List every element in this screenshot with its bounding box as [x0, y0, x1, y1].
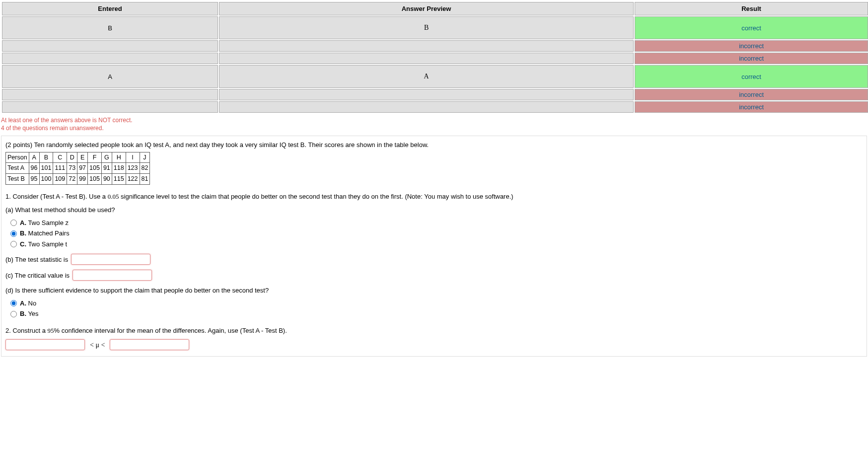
choice-row: A. Two Sample z: [10, 218, 863, 228]
choice-label: B. Matched Pairs: [20, 228, 70, 238]
q1c-prompt: (c) The critical value is: [5, 271, 70, 281]
cell-preview: [219, 89, 634, 100]
critical-value-input[interactable]: [72, 270, 152, 281]
q1-text: 1. Consider (Test A - Test B). Use a 0.0…: [5, 192, 863, 202]
data-cell: 118: [112, 163, 126, 174]
data-cell: 115: [112, 174, 126, 185]
cell-result: incorrect: [635, 89, 868, 100]
cell-preview: [219, 101, 634, 113]
cell-entered: [2, 89, 218, 100]
cell-entered: [2, 53, 218, 64]
data-cell: F: [88, 152, 102, 163]
data-cell: 101: [39, 163, 53, 174]
data-cell: 100: [39, 174, 53, 185]
ci-high-input[interactable]: [110, 339, 189, 350]
cell-preview: [219, 40, 634, 52]
mu-symbol: < μ <: [90, 340, 105, 350]
data-cell: 105: [88, 163, 102, 174]
score-table: PersonABCDEFGHIJ Test A96101111739710591…: [5, 152, 150, 185]
problem-body: (2 points) Ten randomly selected people …: [1, 136, 867, 357]
row-header: Person: [6, 152, 29, 163]
cell-preview: A: [219, 65, 634, 88]
cell-entered: A: [2, 65, 218, 88]
problem-intro: (2 points) Ten randomly selected people …: [5, 140, 863, 150]
data-cell: 81: [140, 174, 150, 185]
choice-row: B. Yes: [10, 309, 863, 319]
table-row: BBcorrect: [2, 16, 868, 39]
radio-q1a-a[interactable]: [10, 220, 17, 226]
cell-result: incorrect: [635, 101, 868, 113]
data-cell: 91: [101, 163, 112, 174]
choice-label: A. Two Sample z: [20, 218, 69, 228]
data-cell: B: [39, 152, 53, 163]
row-header: Test A: [6, 163, 29, 174]
radio-q1a-b[interactable]: [10, 230, 17, 237]
data-cell: 105: [88, 174, 102, 185]
data-cell: E: [77, 152, 88, 163]
results-table: Entered Answer Preview Result BBcorrecti…: [1, 1, 868, 114]
table-row: incorrect: [2, 101, 868, 113]
q1d-choices: A. NoB. Yes: [10, 299, 863, 319]
ci-low-input[interactable]: [5, 339, 85, 350]
data-cell: 109: [53, 174, 67, 185]
cell-preview: B: [219, 16, 634, 39]
test-statistic-input[interactable]: [71, 254, 150, 265]
data-cell: 72: [67, 174, 77, 185]
choice-row: C. Two Sample t: [10, 239, 863, 249]
col-preview: Answer Preview: [219, 2, 634, 15]
radio-q1a-c[interactable]: [10, 241, 17, 247]
radio-q1d-b[interactable]: [10, 311, 17, 317]
data-cell: 123: [126, 163, 140, 174]
q2-text: 2. Construct a 95% confidence interval f…: [5, 326, 863, 336]
data-cell: 95: [29, 174, 39, 185]
table-row: AAcorrect: [2, 65, 868, 88]
data-cell: 97: [77, 163, 88, 174]
choice-row: B. Matched Pairs: [10, 228, 863, 238]
q1b-prompt: (b) The test statistic is: [5, 255, 68, 265]
choice-label: A. No: [20, 299, 36, 308]
data-cell: G: [101, 152, 112, 163]
col-entered: Entered: [2, 2, 218, 15]
choice-label: C. Two Sample t: [20, 239, 67, 249]
col-result: Result: [635, 2, 868, 15]
data-cell: 111: [53, 163, 67, 174]
q1a-prompt: (a) What test method should be used?: [5, 205, 863, 215]
data-cell: I: [126, 152, 140, 163]
data-cell: 73: [67, 163, 77, 174]
q1d-prompt: (d) Is there sufficient evidence to supp…: [5, 286, 863, 296]
cell-preview: [219, 53, 634, 64]
cell-result: incorrect: [635, 53, 868, 64]
table-row: incorrect: [2, 40, 868, 52]
q1a-choices: A. Two Sample zB. Matched PairsC. Two Sa…: [10, 218, 863, 249]
data-cell: C: [53, 152, 67, 163]
table-row: incorrect: [2, 53, 868, 64]
cell-result: correct: [635, 65, 868, 88]
row-header: Test B: [6, 174, 29, 185]
table-row: incorrect: [2, 89, 868, 100]
data-cell: 96: [29, 163, 39, 174]
choice-label: B. Yes: [20, 309, 39, 319]
data-cell: A: [29, 152, 39, 163]
data-cell: 99: [77, 174, 88, 185]
cell-entered: B: [2, 16, 218, 39]
radio-q1d-a[interactable]: [10, 300, 17, 306]
warning-unanswered: 4 of the questions remain unanswered.: [1, 125, 868, 132]
data-cell: J: [140, 152, 150, 163]
data-cell: 122: [126, 174, 140, 185]
data-cell: 82: [140, 163, 150, 174]
cell-result: correct: [635, 16, 868, 39]
cell-result: incorrect: [635, 40, 868, 52]
warning-incorrect: At least one of the answers above is NOT…: [1, 117, 868, 124]
data-cell: H: [112, 152, 126, 163]
data-cell: D: [67, 152, 77, 163]
cell-entered: [2, 40, 218, 52]
cell-entered: [2, 101, 218, 113]
choice-row: A. No: [10, 299, 863, 308]
data-cell: 90: [101, 174, 112, 185]
